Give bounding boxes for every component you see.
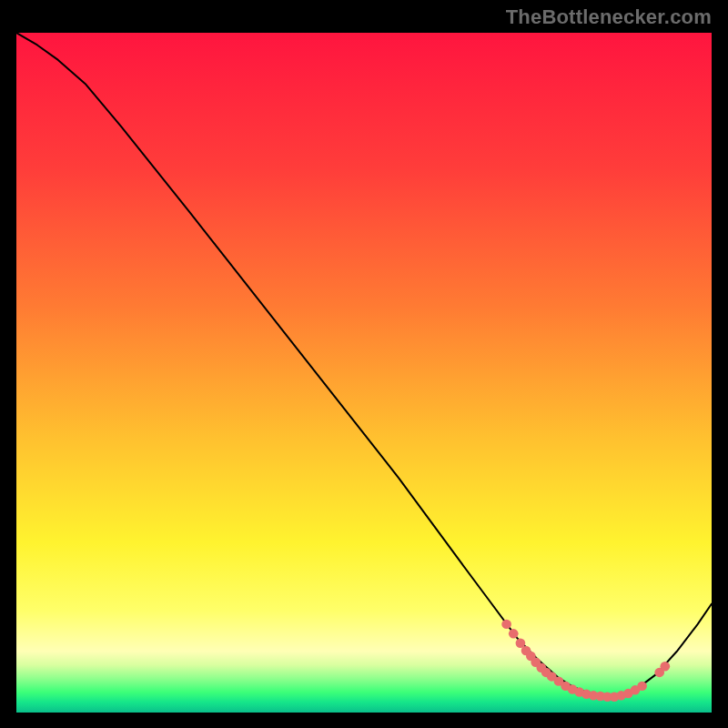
plot-area: [16, 33, 712, 713]
data-marker: [660, 662, 670, 671]
data-marker: [501, 620, 511, 629]
data-markers: [501, 620, 670, 702]
chart-stage: TheBottlenecker.com: [0, 0, 728, 728]
data-marker: [637, 682, 647, 691]
data-marker: [509, 629, 519, 638]
chart-overlay: [16, 33, 712, 713]
bottleneck-curve: [16, 33, 712, 697]
attribution-text: TheBottlenecker.com: [506, 5, 712, 29]
